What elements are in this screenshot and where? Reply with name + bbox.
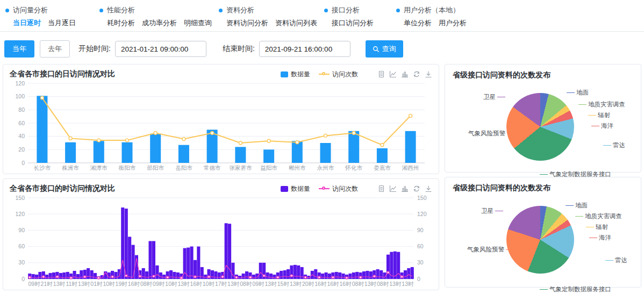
data-view-icon[interactable] [377,70,385,78]
bar[interactable] [65,142,76,163]
line-marker[interactable] [373,275,375,277]
bar[interactable] [32,274,35,279]
bar[interactable] [255,274,259,279]
bar[interactable] [176,273,180,279]
bar[interactable] [366,271,369,279]
bar[interactable] [125,209,128,279]
line-marker[interactable] [221,276,224,278]
bar[interactable] [273,275,276,279]
line-marker[interactable] [153,275,155,277]
line-marker[interactable] [263,275,265,277]
bar[interactable] [228,224,231,279]
nav-item-当月逐日[interactable]: 当月逐日 [48,18,76,28]
bar[interactable] [263,149,274,163]
bar[interactable] [87,268,90,279]
bar-switch-icon[interactable] [401,70,409,78]
bar[interactable] [407,268,410,279]
legend-item-bar[interactable]: 数据量 [281,184,310,193]
bar[interactable] [325,273,328,279]
line-marker[interactable] [180,277,182,279]
bar[interactable] [152,241,155,279]
line-marker[interactable] [277,276,279,278]
bar[interactable] [387,255,390,279]
restore-icon[interactable] [413,185,420,192]
line-marker[interactable] [324,134,327,137]
nav-item-用户分析[interactable]: 用户分析 [439,18,467,28]
bar[interactable] [114,272,117,279]
bar[interactable] [214,271,217,279]
line-marker[interactable] [381,144,384,147]
bar[interactable] [294,265,297,279]
nav-item-资料访问分析[interactable]: 资料访问分析 [226,18,268,28]
nav-item-当日逐时[interactable]: 当日逐时 [13,18,41,28]
nav-item-接口访问分析[interactable]: 接口访问分析 [332,18,374,28]
bar[interactable] [314,269,317,279]
bar[interactable] [38,272,41,279]
bar[interactable] [266,273,269,279]
bar[interactable] [287,269,290,279]
nav-item-成功率分析[interactable]: 成功率分析 [142,18,177,28]
nav-item-资料访问列表[interactable]: 资料访问列表 [275,18,317,28]
line-marker[interactable] [56,276,59,278]
bar[interactable] [225,223,228,279]
nav-item-明细查询[interactable]: 明细查询 [184,18,212,28]
bar[interactable] [204,275,207,279]
bar[interactable] [348,274,352,279]
line-marker[interactable] [401,276,403,278]
line-marker[interactable] [126,139,129,142]
bar[interactable] [321,274,324,279]
line-marker[interactable] [97,277,99,279]
line-marker[interactable] [409,114,412,117]
bar[interactable] [355,272,359,279]
restore-icon[interactable] [413,70,420,78]
line-marker[interactable] [111,276,113,278]
bar[interactable] [405,131,416,163]
bar[interactable] [145,271,148,279]
bar[interactable] [59,273,62,279]
bar[interactable] [142,268,145,279]
line-marker[interactable] [154,132,157,135]
bar[interactable] [73,271,76,279]
pie-bottom-circle[interactable] [506,206,574,274]
bar[interactable] [150,134,161,163]
bar[interactable] [238,276,241,279]
bar[interactable] [252,275,255,279]
bar[interactable] [121,207,124,279]
bar[interactable] [211,270,214,279]
bar[interactable] [259,263,262,279]
line-marker[interactable] [70,277,72,279]
bar[interactable] [45,275,48,279]
line-marker[interactable] [296,141,299,144]
bar[interactable] [35,275,38,279]
line-marker[interactable] [167,276,169,278]
this-year-button[interactable]: 当年 [4,40,34,58]
legend-item-line[interactable]: 访问次数 [319,70,358,79]
download-icon[interactable] [425,185,432,192]
line-marker[interactable] [208,276,210,278]
pie-top-circle[interactable] [506,93,574,161]
line-marker[interactable] [290,275,292,277]
data-view-icon[interactable] [377,185,385,192]
bar[interactable] [66,272,69,279]
bar[interactable] [369,271,373,279]
bar[interactable] [52,273,55,279]
bar[interactable] [269,274,273,279]
last-year-button[interactable]: 去年 [40,40,70,58]
line-marker[interactable] [332,276,334,278]
bar[interactable] [283,270,287,279]
line-marker[interactable] [352,132,355,135]
bar[interactable] [197,247,200,279]
bar[interactable] [376,269,380,279]
end-time-input[interactable] [259,41,350,57]
line-marker[interactable] [211,132,214,135]
line-marker[interactable] [267,139,270,142]
line-marker[interactable] [42,276,45,278]
download-icon[interactable] [425,70,432,78]
bar[interactable] [307,276,310,279]
bar[interactable] [155,266,159,279]
line-marker[interactable] [239,141,242,145]
line-marker[interactable] [182,138,185,141]
bar[interactable] [149,241,152,279]
bar[interactable] [132,245,135,279]
bar[interactable] [245,271,248,279]
